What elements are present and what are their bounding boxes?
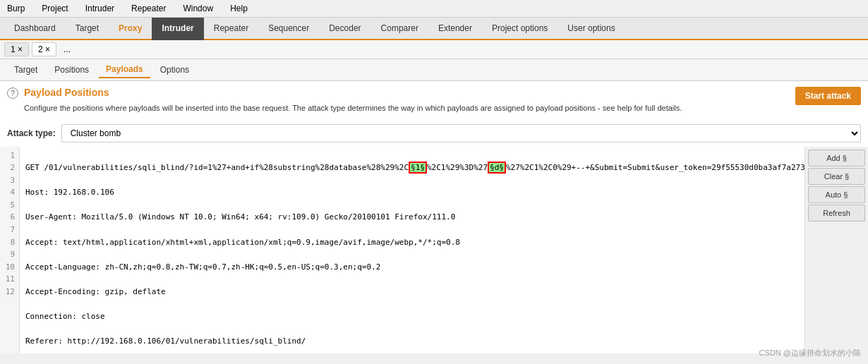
sub-tab-2[interactable]: 2 × [32,42,56,56]
sub-tab-1[interactable]: 1 × [4,42,29,56]
start-attack-button[interactable]: Start attack [795,87,861,105]
menu-burp[interactable]: Burp [4,2,28,15]
menu-help[interactable]: Help [227,2,251,15]
section-title: Payload Positions [24,87,790,98]
tab-dashboard[interactable]: Dashboard [4,18,66,40]
auto-section-button[interactable]: Auto § [808,186,865,203]
tab-intruder[interactable]: Intruder [152,18,203,40]
menu-window[interactable]: Window [180,2,216,15]
tab-comparer[interactable]: Comparer [371,18,428,40]
tab-repeater[interactable]: Repeater [204,18,258,40]
add-section-button[interactable]: Add § [808,150,865,166]
tab-payloads[interactable]: Payloads [99,61,150,78]
watermark: CSDN @边缘拼命划水的小陈 [759,348,861,353]
refresh-button[interactable]: Refresh [808,205,865,222]
tab-positions[interactable]: Positions [47,62,96,78]
tab-extender[interactable]: Extender [428,18,482,40]
tab-proxy[interactable]: Proxy [109,18,152,40]
line-numbers: 1 2 3 4 5 6 7 8 9 10 11 12 [0,147,20,354]
sub-tab-numbers-bar: 1 × 2 × ... [0,40,868,59]
tab-options[interactable]: Options [153,62,196,78]
right-sidebar: Add § Clear § Auto § Refresh [804,147,868,354]
tab-user-options[interactable]: User options [557,18,625,40]
menu-repeater[interactable]: Repeater [128,2,169,15]
tab-project-options[interactable]: Project options [482,18,557,40]
attack-type-row: Attack type: Cluster bomb [0,120,868,147]
tab-target[interactable]: Target [66,18,109,40]
section-description: Configure the positions where payloads w… [24,101,790,119]
tab-target-sub[interactable]: Target [7,62,44,78]
attack-type-select[interactable]: Cluster bomb [61,124,861,142]
tab-decoder[interactable]: Decoder [319,18,370,40]
tab-sequencer[interactable]: Sequencer [258,18,319,40]
help-icon[interactable]: ? [7,87,18,99]
request-editor[interactable]: GET /01/vulnerabilities/sqli_blind/?id=1… [20,147,804,354]
editor-container: 1 2 3 4 5 6 7 8 9 10 11 12 GET /01/vulne… [0,147,868,354]
content-area: ? Payload Positions Configure the positi… [0,81,868,353]
attack-type-label: Attack type: [7,128,56,138]
menu-intruder[interactable]: Intruder [83,2,117,15]
main-tab-bar: Dashboard Target Proxy Intruder Repeater… [0,18,868,40]
clear-section-button[interactable]: Clear § [808,168,865,185]
second-tab-bar: Target Positions Payloads Options [0,59,868,81]
menu-bar: Burp Project Intruder Repeater Window He… [0,0,868,18]
sub-tab-more[interactable]: ... [59,43,75,56]
menu-project[interactable]: Project [39,2,71,15]
